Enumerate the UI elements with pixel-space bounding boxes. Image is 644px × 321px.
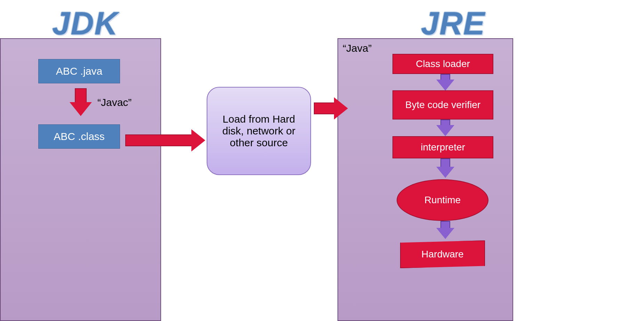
runtime-ellipse: Runtime <box>397 179 488 221</box>
javac-arrow-icon <box>70 88 92 116</box>
java-label: “Java” <box>343 42 372 54</box>
interpreter-box: interpreter <box>392 136 493 158</box>
jdk-title: JDK <box>52 5 118 42</box>
hardware-box: Hardware <box>400 240 485 268</box>
arrow-runtime-to-hardware-icon <box>436 221 454 239</box>
load-to-jre-arrow-icon <box>314 97 348 120</box>
java-file-box: ABC .java <box>38 59 120 83</box>
jre-title: JRE <box>421 5 485 42</box>
class-file-box: ABC .class <box>38 124 120 149</box>
arrow-classloader-to-verifier-icon <box>436 74 454 91</box>
arrow-verifier-to-interpreter-icon <box>436 120 454 136</box>
load-source-box: Load from Hard disk, network or other so… <box>207 87 311 175</box>
class-loader-box: Class loader <box>392 54 493 74</box>
arrow-interpreter-to-runtime-icon <box>436 158 454 178</box>
bytecode-verifier-box: Byte code verifier <box>392 90 493 120</box>
jre-panel <box>337 38 513 321</box>
javac-label: “Javac” <box>97 97 132 108</box>
jdk-to-load-arrow-icon <box>125 129 205 151</box>
